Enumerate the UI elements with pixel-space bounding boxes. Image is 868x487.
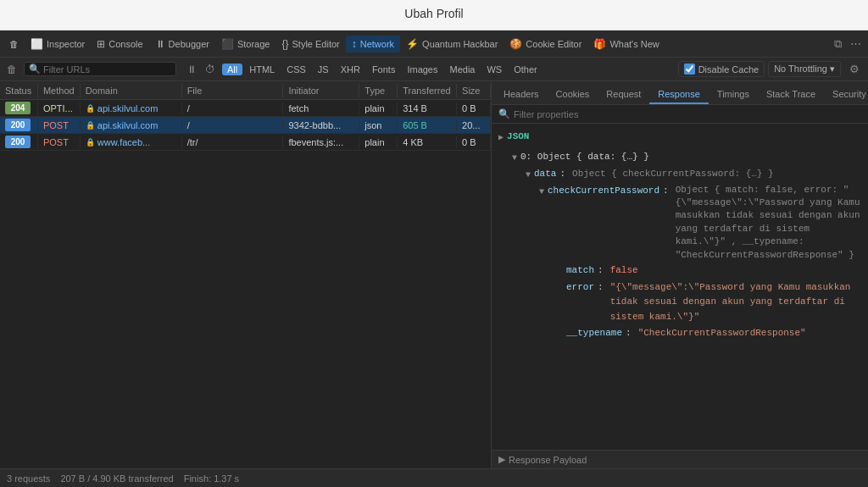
filter-tag-ws[interactable]: WS	[481, 64, 507, 75]
tab-timings[interactable]: Timings	[709, 86, 758, 104]
table-row[interactable]: 200 POST 🔒 api.skilvul.com / 9342-bdbb..…	[0, 117, 491, 134]
filter-tag-js[interactable]: JS	[313, 64, 334, 75]
td-status: 200	[0, 135, 38, 149]
filter-tag-other[interactable]: Other	[509, 64, 542, 75]
console-tab[interactable]: ⊞ Console	[91, 36, 148, 53]
td-initiator: fetch	[283, 102, 359, 114]
domain-link: 🔒 api.skilvul.com	[86, 120, 176, 130]
status-badge: 200	[5, 136, 31, 148]
filter-tag-css[interactable]: CSS	[281, 64, 311, 75]
clear-icon: 🗑	[9, 39, 19, 49]
tab-response[interactable]: Response	[649, 86, 709, 104]
panel-tabs: Headers Cookies Request Response Timings…	[492, 81, 868, 105]
td-size: 0 B	[457, 102, 491, 114]
th-file[interactable]: File	[182, 84, 284, 97]
status-requests: 3 requests	[7, 473, 50, 484]
collapse-arrow[interactable]: ▶	[498, 131, 504, 145]
td-type: json	[359, 119, 398, 131]
response-filter-bar: 🔍	[492, 105, 868, 124]
th-size[interactable]: Size	[457, 84, 491, 97]
settings-gear-button[interactable]: ⚙	[844, 61, 865, 77]
network-icon: ↕	[352, 38, 357, 50]
storage-icon: ⬛	[221, 38, 234, 50]
json-nested-data: ▼ checkCurrentPassword : Object { match:…	[526, 183, 861, 342]
th-transferred[interactable]: Transferred	[398, 84, 457, 97]
th-method[interactable]: Method	[38, 84, 81, 97]
lock-icon: 🔒	[86, 121, 95, 130]
style-editor-icon: {}	[281, 38, 288, 50]
status-finish: Finish: 1.37 s	[184, 473, 239, 484]
filter-url-input[interactable]	[43, 64, 171, 75]
clear-button[interactable]: 🗑	[3, 36, 25, 52]
inspector-tab[interactable]: ⬜ Inspector	[25, 36, 91, 53]
td-file: /tr/	[182, 136, 284, 148]
tab-stack-trace[interactable]: Stack Trace	[758, 86, 824, 104]
table-row[interactable]: 200 POST 🔒 www.faceb... /tr/ fbevents.js…	[0, 134, 491, 151]
td-file: /	[182, 119, 284, 131]
filter-search-icon: 🔍	[29, 64, 41, 75]
tab-request[interactable]: Request	[598, 86, 649, 104]
tab-cookies[interactable]: Cookies	[548, 86, 598, 104]
filter-icons: ⏸ ⏱	[183, 62, 219, 77]
overflow-button[interactable]: ⋯	[847, 36, 865, 52]
filter-tags: All HTML CSS JS XHR Fonts Images Media W…	[222, 64, 542, 75]
collapse-arrow[interactable]: ▼	[539, 185, 544, 199]
table-row[interactable]: 204 OPTI... 🔒 api.skilvul.com / fetch pl…	[0, 100, 491, 117]
trash-icon-btn[interactable]: 🗑	[3, 62, 20, 77]
td-transferred: 4 KB	[398, 136, 457, 148]
quantum-hackbar-tab[interactable]: ⚡ Quantum Hackbar	[400, 36, 504, 53]
td-domain: 🔒 api.skilvul.com	[81, 102, 182, 114]
status-bar: 3 requests 207 B / 4.90 KB transferred F…	[0, 468, 868, 487]
domain-link: 🔒 api.skilvul.com	[86, 103, 176, 113]
cookie-editor-tab[interactable]: 🍪 Cookie Editor	[504, 36, 587, 53]
cookie-icon: 🍪	[509, 38, 522, 50]
td-type: plain	[359, 102, 398, 114]
network-tab[interactable]: ↕ Network	[346, 36, 400, 53]
tab-headers[interactable]: Headers	[495, 86, 548, 104]
response-payload-footer[interactable]: ▶ Response Payload	[492, 450, 868, 468]
json-data-item: ▼ data : Object { checkCurrentPassword: …	[526, 166, 861, 183]
td-domain: 🔒 api.skilvul.com	[81, 119, 182, 131]
timer-icon-btn[interactable]: ⏱	[202, 62, 219, 77]
td-initiator: fbevents.js:...	[283, 136, 359, 148]
whats-new-tab[interactable]: 🎁 What's New	[587, 36, 665, 53]
debugger-tab[interactable]: ⏸ Debugger	[149, 36, 215, 53]
storage-tab[interactable]: ⬛ Storage	[215, 36, 276, 53]
dock-button[interactable]: ⧉	[831, 36, 845, 53]
filter-tag-images[interactable]: Images	[402, 64, 442, 75]
collapse-arrow[interactable]: ▼	[512, 152, 517, 165]
th-initiator[interactable]: Initiator	[283, 84, 359, 97]
toolbar-right: ⧉ ⋯	[831, 36, 865, 53]
tab-security[interactable]: Security	[824, 86, 868, 104]
th-type[interactable]: Type	[359, 84, 398, 97]
devtools-panel: 🗑 ⬜ Inspector ⊞ Console ⏸ Debugger ⬛ Sto…	[0, 30, 868, 487]
filter-tag-fonts[interactable]: Fonts	[367, 64, 401, 75]
disable-cache-toggle[interactable]: Disable Cache	[678, 61, 765, 77]
lock-icon: 🔒	[86, 104, 95, 113]
network-table: Status Method Domain File Initiator Type…	[0, 81, 492, 468]
collapse-arrow[interactable]: ▼	[526, 169, 531, 182]
json-label-item: ▶ JSON	[498, 129, 861, 149]
filter-tag-all[interactable]: All	[222, 64, 242, 75]
throttle-button[interactable]: No Throttling ▾	[768, 61, 841, 77]
json-typename-item: __typename : "CheckCurrentPasswordRespon…	[553, 325, 861, 342]
main-content: Status Method Domain File Initiator Type…	[0, 81, 868, 468]
filter-tag-html[interactable]: HTML	[244, 64, 280, 75]
status-badge: 200	[5, 119, 31, 131]
th-domain[interactable]: Domain	[81, 84, 182, 97]
style-editor-tab[interactable]: {} Style Editor	[275, 36, 345, 53]
filter-tag-xhr[interactable]: XHR	[336, 64, 365, 75]
th-status[interactable]: Status	[0, 84, 38, 97]
json-match-item: match : false	[553, 263, 861, 279]
right-panel: Headers Cookies Request Response Timings…	[492, 81, 868, 468]
response-filter-input[interactable]	[514, 109, 861, 119]
pause-icon-btn[interactable]: ⏸	[183, 62, 200, 77]
inspector-icon: ⬜	[31, 38, 43, 50]
chevron-right-icon: ▶	[498, 454, 505, 465]
td-domain: 🔒 www.faceb...	[81, 136, 182, 148]
td-method: POST	[38, 136, 81, 148]
filter-bar-left: 🗑 🔍 ⏸ ⏱	[3, 62, 219, 77]
console-icon: ⊞	[97, 38, 105, 50]
disable-cache-checkbox[interactable]	[684, 64, 695, 75]
filter-tag-media[interactable]: Media	[444, 64, 480, 75]
